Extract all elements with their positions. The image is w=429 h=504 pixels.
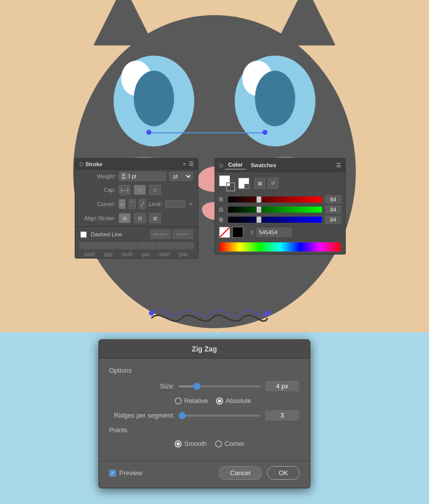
size-label: Size: <box>109 382 175 390</box>
panel-divider-1 <box>75 226 198 227</box>
ridges-slider-thumb[interactable] <box>179 412 186 419</box>
whisker-path <box>146 300 273 326</box>
g-value-input[interactable]: 84 <box>325 206 341 214</box>
stroke-header-left: ◇ Stroke <box>79 161 102 167</box>
points-section: Points Smooth Corner <box>109 426 300 447</box>
size-row: Size: 4 px <box>109 380 300 392</box>
weight-input[interactable]: 3 pt <box>127 173 147 179</box>
corner-round-btn[interactable]: ⌒ <box>129 199 136 209</box>
color-panel: ◇ Color Swatches ☰ ▦ ↺ R 84 G 84 <box>215 158 346 255</box>
align-inside-btn[interactable]: ⊟ <box>134 213 146 223</box>
relative-radio[interactable] <box>175 397 182 405</box>
corner-bevel-btn[interactable]: ╱ <box>139 199 146 209</box>
g-slider-track[interactable] <box>228 207 322 213</box>
weight-stepper[interactable]: ▲ ▼ <box>121 173 126 180</box>
r-value-input[interactable]: 84 <box>325 195 341 204</box>
dashed-line-checkbox[interactable] <box>80 231 87 238</box>
color-mode-group: ▦ ↺ <box>254 178 279 189</box>
dash-input-1[interactable] <box>79 242 98 249</box>
cap-round-btn[interactable]: ⌢ <box>134 185 146 195</box>
absolute-option[interactable]: Absolute <box>216 397 251 405</box>
corner-miter-btn[interactable]: ⌐ <box>119 199 126 209</box>
color-spectrum[interactable] <box>219 242 341 252</box>
weight-down-btn[interactable]: ▼ <box>121 176 126 180</box>
stroke-box[interactable] <box>226 182 235 191</box>
dash-lbl-1: dash <box>80 251 99 257</box>
dash-input-2[interactable] <box>118 242 137 249</box>
smooth-label: Smooth <box>184 440 207 447</box>
b-value-input[interactable]: 84 <box>325 216 341 224</box>
dialog-title: Zig Zag <box>99 340 310 359</box>
weight-unit-select[interactable]: pt px mm <box>169 172 193 181</box>
color-mode-1[interactable]: ▦ <box>254 178 265 189</box>
cap-square-btn[interactable]: □ <box>149 185 161 195</box>
preview-checkbox[interactable] <box>109 470 116 477</box>
limit-input[interactable] <box>165 200 185 208</box>
gap-input-3[interactable] <box>175 242 194 249</box>
cancel-button[interactable]: Cancel <box>219 466 262 480</box>
color-collapse-icon[interactable]: ◇ <box>219 162 223 169</box>
gap-input-2[interactable] <box>137 242 156 249</box>
smooth-corner-group: Smooth Corner <box>175 440 245 447</box>
size-slider-thumb[interactable] <box>193 383 200 390</box>
dashed-line-row: Dashed Line <box>75 228 198 241</box>
stroke-cap-row: Cap: |—| ⌢ □ <box>75 183 198 197</box>
b-slider-thumb[interactable] <box>256 217 261 223</box>
swatch-black[interactable] <box>232 227 243 238</box>
stroke-menu-icon[interactable]: ☰ <box>189 161 194 167</box>
cat-ear-right <box>275 0 336 45</box>
dashed-line-label: Dashed Line <box>91 231 122 237</box>
dialog-body: Options Size: 4 px Relative Absolute <box>99 359 310 461</box>
ridges-label: Ridges per segment: <box>109 412 175 419</box>
stroke-weight-row: Weight: ▲ ▼ 3 pt pt px mm <box>75 170 198 183</box>
cap-butt-btn[interactable]: |—| <box>119 185 131 195</box>
g-label: G <box>219 207 225 213</box>
swatches-tab[interactable]: Swatches <box>248 161 280 169</box>
swatch-none[interactable] <box>219 227 230 238</box>
dash-style-2[interactable] <box>173 230 193 239</box>
weight-up-btn[interactable]: ▲ <box>121 173 126 176</box>
align-center-btn[interactable]: ⊞ <box>119 213 131 223</box>
size-value-input[interactable]: 4 px <box>264 380 300 392</box>
weight-input-wrap: ▲ ▼ 3 pt <box>119 172 166 181</box>
dash-style-1[interactable] <box>150 230 171 239</box>
g-slider-thumb[interactable] <box>256 207 261 213</box>
relative-label: Relative <box>184 397 208 405</box>
weight-label: Weight: <box>80 173 116 179</box>
color-icons-row: ▦ ↺ <box>215 172 345 194</box>
cat-ear-left <box>93 0 154 45</box>
selection-line <box>149 132 265 133</box>
limit-x-icon[interactable]: ✕ <box>188 201 193 208</box>
color-menu-icon[interactable]: ☰ <box>336 162 341 169</box>
hex-input[interactable]: 545454 <box>256 228 292 237</box>
r-label: R <box>219 196 225 203</box>
relative-option[interactable]: Relative <box>175 397 208 405</box>
size-slider-track[interactable] <box>179 385 260 387</box>
ridges-value-input[interactable]: 3 <box>264 410 300 421</box>
stroke-collapse-icon[interactable]: ◇ <box>79 161 83 167</box>
gap-input-1[interactable] <box>98 242 118 249</box>
smooth-radio[interactable] <box>175 440 182 447</box>
eye-pupil-left <box>134 71 174 126</box>
smooth-option[interactable]: Smooth <box>175 440 207 447</box>
color-fill-icon[interactable] <box>238 178 249 189</box>
absolute-radio[interactable] <box>216 397 223 405</box>
color-tab[interactable]: Color <box>225 161 246 170</box>
rel-abs-group: Relative Absolute <box>175 397 251 405</box>
stroke-expand-icon[interactable]: » <box>183 161 186 167</box>
align-outside-btn[interactable]: ⊠ <box>149 213 161 223</box>
color-mode-2[interactable]: ↺ <box>267 178 279 189</box>
corner-option[interactable]: Corner <box>215 440 245 447</box>
ridges-slider-track[interactable] <box>179 415 260 417</box>
corner-radio[interactable] <box>215 440 222 447</box>
dash-input-3[interactable] <box>156 242 175 249</box>
selection-endpoint-right <box>262 130 267 135</box>
preview-checkbox-wrap[interactable]: Preview <box>109 469 142 477</box>
r-slider-track[interactable] <box>228 196 322 203</box>
b-slider-track[interactable] <box>228 217 322 223</box>
stroke-corner-row: Corner: ⌐ ⌒ ╱ Limit: ✕ <box>75 197 198 211</box>
b-slider-row: B 84 <box>215 215 345 225</box>
ok-button[interactable]: OK <box>267 466 300 480</box>
gap-lbl-2: gap <box>137 251 155 257</box>
r-slider-thumb[interactable] <box>256 196 261 203</box>
